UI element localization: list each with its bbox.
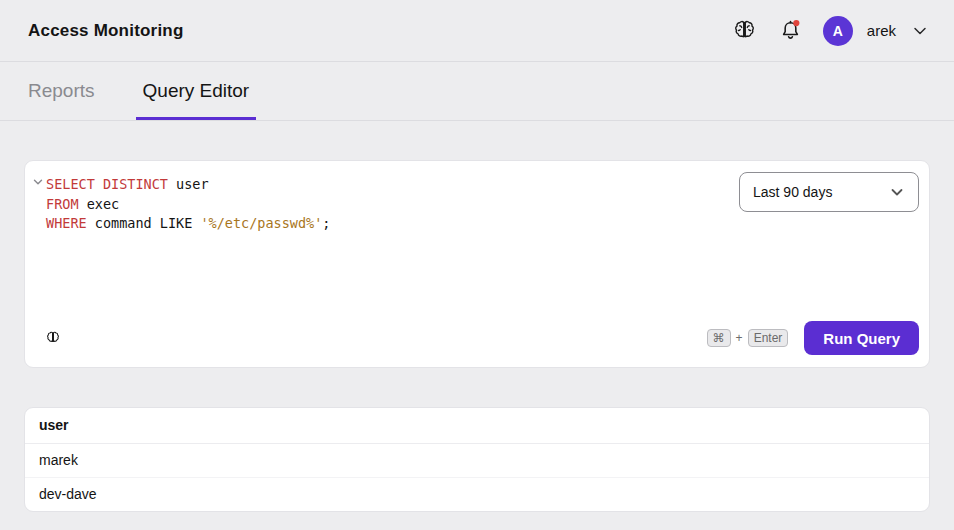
keyboard-shortcut-hint: ⌘ + Enter <box>707 329 789 347</box>
header-actions: A arek <box>731 16 930 46</box>
brain-icon <box>731 18 758 44</box>
chevron-down-icon <box>910 21 930 41</box>
time-range-value: Last 90 days <box>753 184 832 200</box>
tab-bar: Reports Query Editor <box>0 62 954 121</box>
code-fold-chevron-down-icon[interactable] <box>32 176 44 188</box>
cmd-key-badge: ⌘ <box>707 329 731 347</box>
app-header: Access Monitoring <box>0 0 954 62</box>
shortcut-separator: + <box>736 331 743 345</box>
avatar: A <box>823 16 853 46</box>
notification-dot <box>793 20 799 26</box>
bell-icon <box>778 18 803 43</box>
enter-key-badge: Enter <box>748 329 789 347</box>
assistant-button[interactable] <box>731 18 758 44</box>
notifications-button[interactable] <box>778 18 803 43</box>
results-column-header: user <box>25 408 929 444</box>
run-controls: ⌘ + Enter Run Query <box>707 321 919 355</box>
code-line: WHERE command LIKE '%/etc/passwd%'; <box>46 214 729 234</box>
results-table: user marek dev-dave <box>24 407 930 512</box>
run-query-button[interactable]: Run Query <box>804 321 919 355</box>
query-editor-card: SELECT DISTINCT userFROM execWHERE comma… <box>24 160 930 368</box>
sql-query-input[interactable]: SELECT DISTINCT userFROM execWHERE comma… <box>46 175 729 307</box>
page-title: Access Monitoring <box>28 21 183 41</box>
main-content: SELECT DISTINCT userFROM execWHERE comma… <box>0 121 954 512</box>
editor-footer: ⌘ + Enter Run Query <box>45 321 919 355</box>
editor-assistant-button[interactable] <box>45 330 61 346</box>
time-range-select[interactable]: Last 90 days <box>739 172 919 212</box>
user-name: arek <box>867 22 896 39</box>
brain-icon <box>45 330 61 346</box>
table-row: marek <box>25 444 929 477</box>
code-line: SELECT DISTINCT user <box>46 175 729 195</box>
chevron-down-icon <box>889 184 905 200</box>
tab-query-editor[interactable]: Query Editor <box>136 62 257 120</box>
user-menu[interactable]: A arek <box>823 16 930 46</box>
table-row: dev-dave <box>25 477 929 511</box>
tab-reports[interactable]: Reports <box>28 62 95 120</box>
code-line: FROM exec <box>46 195 729 215</box>
